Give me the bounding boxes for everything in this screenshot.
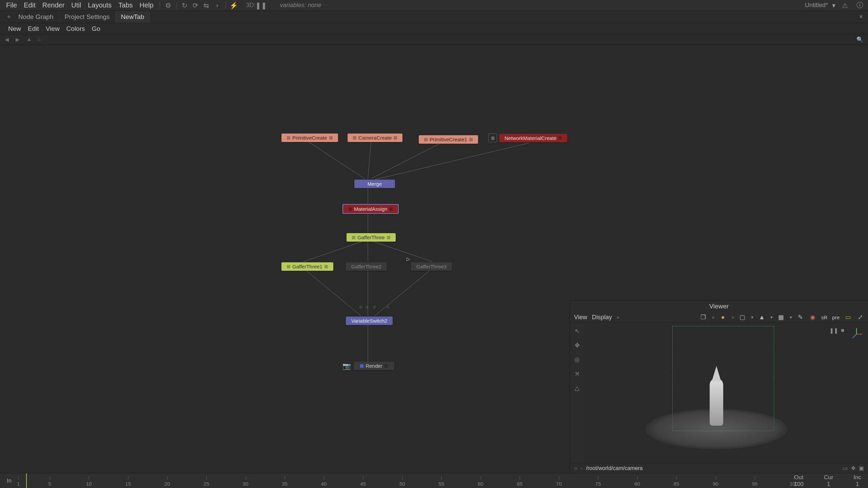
- cube-icon[interactable]: ❒: [699, 313, 707, 321]
- camera-path[interactable]: /root/world/cam/camera: [586, 465, 643, 471]
- step-icon[interactable]: ›: [213, 1, 221, 9]
- node-label: GafferThree3: [416, 264, 447, 269]
- node-primitivecreate[interactable]: PrimitiveCreate: [281, 134, 338, 142]
- frame-icon[interactable]: ▭: [843, 465, 848, 471]
- refresh-icon[interactable]: ↻: [181, 1, 189, 9]
- submenu-edit[interactable]: Edit: [24, 25, 42, 33]
- tab-newtab[interactable]: NewTab: [116, 11, 150, 23]
- nav-back-icon[interactable]: ◀: [5, 36, 12, 43]
- submenu-colors[interactable]: Colors: [63, 25, 88, 33]
- chevron-right-icon[interactable]: »: [617, 314, 619, 320]
- menu-file[interactable]: File: [3, 1, 20, 9]
- menu-help[interactable]: Help: [136, 1, 157, 9]
- scene-geometry[interactable]: [710, 378, 723, 426]
- timeline-inc-value[interactable]: 1: [853, 481, 861, 488]
- rotate-icon[interactable]: ◎: [574, 356, 580, 363]
- node-cameracreate[interactable]: CameraCreate: [348, 134, 402, 142]
- node-materialassign[interactable]: MaterialAssign: [342, 204, 399, 214]
- port-label: i0: [359, 305, 362, 309]
- grid-icon[interactable]: ▦: [777, 313, 785, 321]
- warning-icon[interactable]: ⚠: [841, 1, 849, 9]
- move-icon[interactable]: ✥: [575, 342, 580, 349]
- node-variableswitch2[interactable]: VariableSwitch2: [346, 317, 393, 325]
- node-label: PrimitiveCreate1: [430, 137, 467, 142]
- viewer-menu-display[interactable]: Display: [592, 314, 612, 321]
- svg-line-7: [303, 240, 368, 262]
- node-gafferthree1[interactable]: GafferThree1: [281, 262, 333, 271]
- nav-fwd-icon[interactable]: ▶: [16, 36, 22, 43]
- pause-3d-icon[interactable]: ❚❚: [257, 1, 265, 9]
- tab-nodegraph[interactable]: Node Graph: [13, 11, 59, 23]
- info-icon[interactable]: ⓘ: [856, 1, 864, 9]
- timeline-cur-value[interactable]: 1: [824, 481, 833, 488]
- timeline[interactable]: In 1510152025303540455055606570758085909…: [0, 473, 868, 488]
- nav-up-icon[interactable]: ▲: [26, 36, 33, 43]
- viewport-play-controls: ❚❚ ■: [829, 327, 844, 334]
- chevron-down-icon[interactable]: ▾: [751, 314, 753, 320]
- search-icon[interactable]: 🔍: [856, 36, 863, 43]
- dropdown-icon[interactable]: ▾: [832, 1, 835, 9]
- stop-icon[interactable]: ■: [841, 327, 844, 334]
- wand-icon[interactable]: ✎: [797, 313, 804, 321]
- pointer-icon[interactable]: ↖: [575, 327, 580, 335]
- menu-edit[interactable]: Edit: [20, 1, 39, 9]
- node-networkmaterialcreate-group[interactable]: ▦ NetworkMaterialCreate: [488, 134, 567, 142]
- color-icon[interactable]: ◉: [809, 313, 816, 321]
- tab-add-icon[interactable]: +: [5, 13, 13, 21]
- expand-icon[interactable]: ⤢: [856, 313, 864, 321]
- chevron-right-icon[interactable]: »: [712, 314, 714, 320]
- crop-icon[interactable]: ▢: [739, 313, 746, 321]
- monitor-icon[interactable]: ▭: [844, 313, 852, 321]
- panel-close-icon[interactable]: ✕: [859, 14, 863, 20]
- node-gafferthree2[interactable]: GafferThree2: [346, 262, 387, 271]
- chevron-right-icon[interactable]: »: [731, 314, 734, 320]
- fit-icon[interactable]: ▣: [859, 465, 864, 471]
- view-flag-icon[interactable]: [360, 364, 363, 368]
- submenu-go[interactable]: Go: [88, 25, 104, 33]
- viewer-menu-view[interactable]: View: [574, 314, 587, 321]
- flash-icon[interactable]: ⚡: [230, 1, 238, 9]
- node-gafferthree[interactable]: GafferThree: [347, 233, 396, 242]
- pause-icon[interactable]: ❚❚: [829, 327, 838, 334]
- reload-icon[interactable]: ⟳: [192, 1, 200, 9]
- timeline-tick: 75: [595, 481, 601, 487]
- menu-layouts[interactable]: Layouts: [84, 1, 115, 9]
- timeline-tick: 55: [438, 481, 444, 487]
- pre-label[interactable]: pre: [832, 314, 840, 320]
- sync-icon[interactable]: ⇆: [202, 1, 211, 9]
- node-gafferthree3[interactable]: GafferThree3: [411, 262, 452, 271]
- timeline-tick: 30: [243, 481, 249, 487]
- submenu-view[interactable]: View: [42, 25, 63, 33]
- shadingnetwork-icon[interactable]: ▦: [488, 134, 497, 142]
- port-label: i2: [373, 305, 376, 309]
- document-title[interactable]: Untitled*: [805, 2, 828, 9]
- viewer-viewport[interactable]: ❚❚ ■: [584, 323, 868, 463]
- sun-icon[interactable]: ●: [719, 313, 727, 321]
- chevron-down-icon[interactable]: ▾: [770, 314, 773, 320]
- person-icon[interactable]: ▲: [758, 313, 766, 321]
- chevron-down-icon[interactable]: ▾: [790, 314, 792, 320]
- lock-icon[interactable]: ○: [574, 465, 577, 471]
- menu-render[interactable]: Render: [39, 1, 68, 9]
- tab-project-settings[interactable]: Project Settings: [59, 11, 116, 23]
- axis-gizmo-icon[interactable]: [850, 327, 863, 341]
- node-render[interactable]: Render: [354, 362, 394, 370]
- menu-tabs[interactable]: Tabs: [115, 1, 136, 9]
- node-primitivecreate1[interactable]: PrimitiveCreate1: [419, 135, 478, 144]
- submenu-new[interactable]: New: [5, 25, 24, 33]
- node-render-group[interactable]: 📷 Render: [342, 362, 394, 370]
- variables-display[interactable]: variables: none: [280, 2, 321, 9]
- target-icon[interactable]: ◦: [581, 465, 583, 471]
- timeline-ruler[interactable]: 1510152025303540455055606570758085909510…: [18, 473, 794, 488]
- scale-icon[interactable]: ⤧: [575, 370, 580, 378]
- light-icon[interactable]: △: [575, 384, 579, 392]
- timeline-playhead[interactable]: [26, 473, 27, 488]
- home-icon[interactable]: ⌂: [37, 36, 44, 43]
- svg-line-2: [371, 141, 444, 179]
- node-networkmaterialcreate[interactable]: NetworkMaterialCreate: [499, 134, 567, 142]
- gear-icon[interactable]: ⚙: [164, 1, 172, 9]
- node-merge[interactable]: Merge: [354, 180, 395, 188]
- menu-util[interactable]: Util: [68, 1, 84, 9]
- center-icon[interactable]: ✥: [851, 465, 855, 471]
- sr-label[interactable]: sR: [821, 314, 827, 320]
